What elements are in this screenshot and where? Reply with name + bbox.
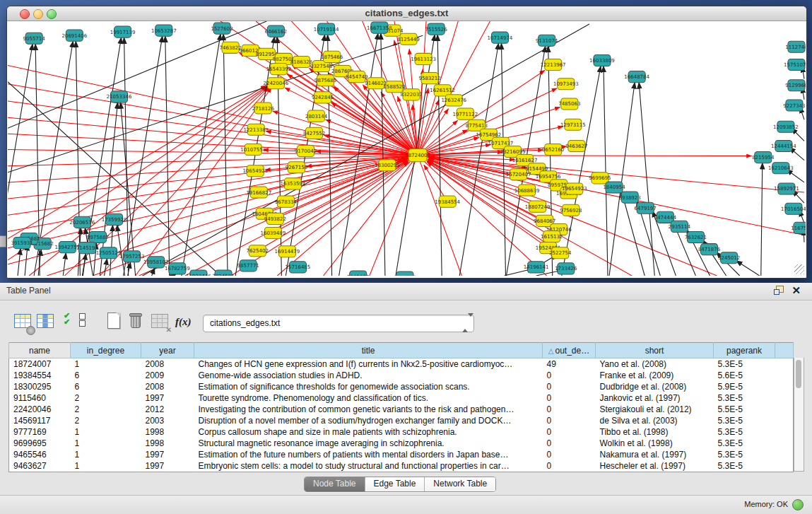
network-node[interactable]: 6479197 [635,202,657,214]
network-node[interactable]: 8125449 [397,33,419,45]
network-node[interactable]: 1167531 [791,222,806,233]
network-node[interactable]: 9756928 [560,204,582,216]
network-node[interactable]: 9131074 [536,35,558,46]
table-cell[interactable]: 2 [71,404,141,415]
column-header-out_de[interactable]: △out_de… [543,343,596,358]
network-node[interactable]: 10654923 [242,165,268,177]
table-cell[interactable]: Corpus callosum shape and size in male p… [194,426,543,438]
network-node[interactable]: 19613123 [411,53,436,64]
network-node[interactable]: 16914479 [275,246,300,257]
network-node[interactable]: 2522754 [549,247,572,259]
table-cell[interactable]: Yano et al. (2008) [596,358,714,370]
table-cell[interactable]: Franke et al. (2009) [596,370,714,381]
network-node[interactable]: 1615132 [541,230,563,242]
function-builder-icon[interactable]: f(x) [175,315,194,335]
network-node[interactable]: 7463822 [219,42,241,53]
network-node[interactable]: 9875685 [314,75,336,86]
network-node[interactable]: 15892971 [774,183,799,194]
table-cell[interactable]: 1 [71,460,141,472]
network-node[interactable]: 1924507 [394,271,416,276]
network-node[interactable]: 9975887 [87,231,109,243]
table-cell[interactable]: Investigating the contribution of common… [194,404,543,415]
network-node[interactable]: 17957253 [119,251,145,262]
network-node[interactable]: 9242845 [312,92,334,103]
network-node[interactable]: 9583212 [418,73,440,84]
network-node[interactable]: 8322037 [400,89,422,100]
network-node[interactable]: 20691406 [61,30,87,41]
table-row[interactable]: 969969511998Structural magnetic resonanc… [9,438,794,449]
network-node[interactable]: 9055714 [23,33,46,44]
table-cell[interactable]: de Silva et al. (2003) [596,415,714,426]
table-cell[interactable]: 1998 [141,426,194,438]
table-row[interactable]: 1938455462009Genome-wide association stu… [9,370,794,381]
table-cell[interactable]: 0 [543,392,596,404]
table-row[interactable]: 1456911722003Disruption of a novel membe… [9,415,794,426]
network-node[interactable]: 1840954 [603,182,625,193]
table-cell[interactable]: Structural magnetic resonance image aver… [194,438,543,449]
table-cell[interactable]: 0 [543,438,596,449]
table-cell[interactable]: 0 [543,370,596,381]
table-cell[interactable]: 22420046 [9,404,71,415]
network-node[interactable]: 15716485 [286,262,311,273]
network-node[interactable]: 12213967 [541,59,566,70]
network-node[interactable]: 9493822 [264,213,286,224]
network-node[interactable]: 8938923 [618,192,640,203]
network-node[interactable]: 12973115 [560,119,586,130]
network-node[interactable]: 10107553 [240,144,266,155]
network-node[interactable]: 7625402 [247,245,269,257]
table-cell[interactable]: 0 [543,449,596,460]
column-header-short[interactable]: short [596,343,714,358]
column-header-year[interactable]: year [141,343,194,358]
network-node[interactable]: 7632621 [685,231,707,243]
table-row[interactable]: 1830029562008Estimation of significance … [9,381,794,392]
table-cell[interactable]: 5.3E-5 [714,358,775,370]
close-panel-icon[interactable]: ✕ [792,284,801,297]
network-node[interactable]: 7515526 [425,23,448,35]
network-node[interactable]: 2803144 [305,110,328,122]
network-node[interactable]: 1875466 [321,51,343,62]
table-cell[interactable]: 2008 [141,358,194,370]
table-cell[interactable]: Changes of HCN gene expression and I(f) … [194,358,543,370]
tab-node-table[interactable]: Node Table [305,477,365,491]
network-node[interactable]: 16033809 [589,54,615,66]
network-node[interactable]: 2935114 [669,221,691,232]
table-cell[interactable]: 6 [71,381,141,392]
table-cell[interactable]: 2 [71,415,141,426]
network-node[interactable]: 7924501 [212,270,234,276]
network-node[interactable]: 9170042 [295,145,317,156]
network-node[interactable]: 1527602 [211,23,233,34]
table-cell[interactable]: 1 [71,426,141,438]
network-node[interactable]: 10688639 [514,185,540,196]
network-node[interactable]: 8186328 [290,56,312,67]
table-cell[interactable]: 1997 [141,449,194,460]
network-node[interactable]: 9463627 [565,140,587,151]
table-row[interactable]: 1872400712008Changes of HCN gene express… [9,358,794,370]
table-cell[interactable]: 1998 [141,438,194,449]
network-node[interactable]: 9227343 [783,100,805,111]
table-cell[interactable]: Dudbridge et al. (2008) [596,381,714,392]
column-header-name[interactable]: name [9,343,71,358]
table-row[interactable]: 911546021997Tourette syndrome. Phenomeno… [9,392,794,404]
table-cell[interactable]: Disruption of a novel member of a sodium… [194,415,543,426]
table-cell[interactable]: 2003 [141,415,194,426]
table-cell[interactable]: 5.6E-5 [714,370,775,381]
table-cell[interactable]: 9699695 [9,438,71,449]
column-header-in_degree[interactable]: in_degree [71,343,141,358]
network-node[interactable]: 9857771 [237,260,259,271]
network-node[interactable]: 8215954 [752,152,775,163]
network-node[interactable]: 6466162 [265,25,287,37]
network-node[interactable]: 1733426 [555,263,577,274]
column-header-pagerank[interactable]: pagerank [714,343,775,358]
table-cell[interactable]: 5.3E-5 [714,460,775,472]
table-cell[interactable]: 1 [71,449,141,460]
table-row[interactable]: 946362711997Embryonic stem cells: a mode… [9,460,794,472]
network-node[interactable]: 9267150 [286,162,307,173]
network-node[interactable]: 18724007 [405,149,430,162]
delete-column-icon[interactable] [127,313,146,332]
unselect-all-icon[interactable] [79,313,88,332]
table-cell[interactable]: Embryonic stem cells: a model to study s… [194,460,543,472]
table-scrollbar[interactable] [794,358,804,472]
table-cell[interactable]: 5.9E-5 [714,381,775,392]
network-node[interactable]: 9245072 [347,271,369,276]
table-cell[interactable]: 9777169 [9,426,71,438]
